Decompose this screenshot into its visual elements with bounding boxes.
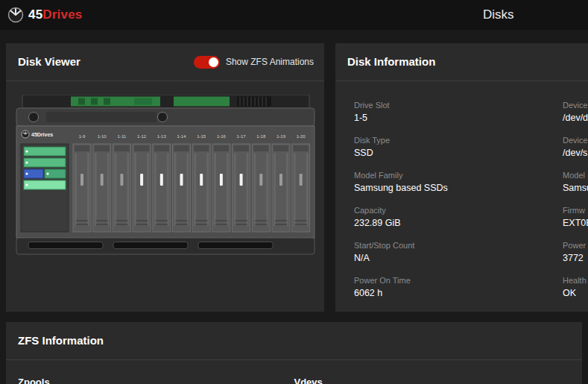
zpools-column-header: Zpools bbox=[18, 377, 294, 384]
drive-tray[interactable] bbox=[24, 158, 66, 167]
field-value: N/A bbox=[354, 253, 551, 263]
chassis-brand-text: 45Drives bbox=[31, 132, 53, 137]
drive-bay-1-17[interactable] bbox=[232, 144, 250, 232]
field-label: Capacity bbox=[354, 206, 551, 215]
info-field-disk-type: Disk Type SSD bbox=[354, 136, 551, 158]
page-title: Disks bbox=[483, 0, 514, 30]
zfs-information-header: ZFS Information bbox=[6, 322, 582, 360]
info-column-left: Drive Slot 1-5 Disk Type SSD Model Famil… bbox=[354, 101, 551, 311]
field-label: Firmw bbox=[563, 206, 588, 215]
info-field-device-path: Device /dev/d bbox=[563, 101, 588, 123]
field-value: 232.89 GiB bbox=[354, 218, 551, 228]
info-column-right: Device /dev/d Device /dev/s Model Samsu … bbox=[563, 101, 588, 311]
slot-label: 1-19 bbox=[276, 134, 285, 139]
drive-bay-1-19[interactable] bbox=[272, 144, 290, 232]
info-field-capacity: Capacity 232.89 GiB bbox=[354, 206, 551, 228]
drive-tray[interactable] bbox=[24, 147, 66, 156]
drive-bay-1-14[interactable] bbox=[172, 144, 190, 232]
info-field-power-on-time: Power On Time 6062 h bbox=[354, 276, 551, 298]
field-label: Start/Stop Count bbox=[354, 241, 551, 250]
disk-viewer-header: Disk Viewer Show ZFS Animations bbox=[6, 43, 324, 81]
zfs-animations-toggle-group: Show ZFS Animations bbox=[194, 43, 314, 81]
toggle-knob bbox=[209, 57, 218, 67]
slot-label: 1-20 bbox=[296, 134, 306, 139]
field-label: Drive Slot bbox=[354, 101, 551, 110]
brand-drives: Drives bbox=[42, 7, 82, 22]
zfs-information-title: ZFS Information bbox=[18, 334, 104, 347]
disk-viewer-panel: Disk Viewer Show ZFS Animations bbox=[6, 43, 324, 312]
info-field-health: Health OK bbox=[563, 276, 588, 298]
slot-label: 1-15 bbox=[197, 134, 206, 139]
field-value: OK bbox=[563, 288, 588, 298]
field-value: EXT0B bbox=[563, 218, 588, 228]
field-label: Model Family bbox=[354, 171, 551, 180]
drive-bay-1-13[interactable] bbox=[152, 144, 170, 232]
field-value: SSD bbox=[354, 148, 551, 158]
info-field-firmware: Firmw EXT0B bbox=[563, 206, 588, 228]
field-label: Device bbox=[563, 101, 588, 110]
top-bar: 45Drives Disks bbox=[0, 0, 588, 30]
vent-slot bbox=[113, 242, 188, 249]
drive-bay-1-10[interactable] bbox=[92, 144, 110, 232]
slot-label: 1-16 bbox=[216, 134, 226, 139]
drive-tray[interactable] bbox=[24, 180, 66, 189]
drive-bay-1-11[interactable] bbox=[113, 144, 130, 232]
info-field-model: Model Samsu bbox=[563, 171, 588, 193]
slot-label: 1-17 bbox=[236, 134, 246, 139]
info-field-start-stop-count: Start/Stop Count N/A bbox=[354, 241, 551, 263]
drive-bay-1-16[interactable] bbox=[212, 144, 230, 232]
screw-hole bbox=[157, 113, 167, 122]
field-label: Power On Time bbox=[354, 276, 551, 285]
chassis-top-internals bbox=[22, 95, 309, 108]
slot-label: 1-11 bbox=[117, 134, 126, 139]
chassis-body: 45Drives bbox=[16, 126, 314, 238]
drive-bay-1-20[interactable] bbox=[291, 144, 309, 232]
slot-label: 1-18 bbox=[256, 134, 266, 139]
vent-slot bbox=[198, 242, 273, 249]
info-field-device-by-path: Device /dev/s bbox=[563, 136, 588, 158]
disk-information-panel: Disk Information Drive Slot 1-5 Disk Typ… bbox=[335, 43, 588, 312]
field-value: 3772 bbox=[563, 253, 588, 263]
info-field-power-cycle: Power 3772 bbox=[563, 241, 588, 263]
chassis-top-rail bbox=[16, 108, 314, 126]
slot-label: 1-13 bbox=[157, 134, 166, 139]
field-label: Device bbox=[563, 136, 588, 145]
slot-label: 1-12 bbox=[137, 134, 147, 139]
disk-information-header: Disk Information bbox=[335, 43, 588, 81]
drive-bay-1-15[interactable] bbox=[192, 144, 210, 232]
field-value: Samsung based SSDs bbox=[354, 183, 551, 193]
chassis-brand-logo: 45Drives bbox=[22, 130, 53, 138]
brand-logo[interactable]: 45Drives bbox=[7, 0, 83, 30]
drive-bay-1-12[interactable] bbox=[133, 144, 151, 232]
slot-label: 1-14 bbox=[177, 134, 186, 139]
field-label: Health bbox=[563, 276, 588, 285]
zfs-information-panel: ZFS Information Zpools Vdevs bbox=[6, 322, 582, 384]
vent-slot bbox=[28, 242, 103, 249]
field-value: 1-5 bbox=[354, 113, 551, 123]
zfs-animations-toggle-label: Show ZFS Animations bbox=[226, 43, 314, 81]
slot-label: 1-10 bbox=[97, 134, 107, 139]
drive-bay-1-9[interactable] bbox=[73, 144, 91, 232]
info-field-drive-slot: Drive Slot 1-5 bbox=[354, 101, 551, 123]
drive-bay-1-18[interactable] bbox=[252, 144, 270, 232]
disk-information-title: Disk Information bbox=[347, 55, 435, 68]
45drives-logo-icon bbox=[7, 7, 24, 23]
app-screen: 45Drives Disks Disk Viewer Show ZFS Anim… bbox=[0, 0, 588, 384]
field-label: Disk Type bbox=[354, 136, 551, 145]
disk-viewer-title: Disk Viewer bbox=[18, 55, 80, 68]
brand-text: 45Drives bbox=[28, 7, 83, 22]
chassis-bottom-rail bbox=[16, 238, 314, 254]
brand-45: 45 bbox=[28, 7, 42, 22]
drive-tray[interactable] bbox=[24, 169, 66, 178]
field-value: 6062 h bbox=[354, 288, 551, 298]
info-field-model-family: Model Family Samsung based SSDs bbox=[354, 171, 551, 193]
zfs-columns: Zpools Vdevs bbox=[6, 360, 582, 384]
chassis-illustration: 45Drives bbox=[15, 95, 316, 256]
zfs-animations-toggle[interactable] bbox=[194, 56, 220, 69]
pcb-board-2 bbox=[174, 97, 230, 107]
field-label: Power bbox=[563, 241, 588, 250]
chassis-container: 45Drives bbox=[6, 81, 324, 256]
vdevs-column-header: Vdevs bbox=[294, 377, 571, 384]
screw-hole bbox=[28, 113, 38, 122]
field-value: Samsu bbox=[563, 183, 588, 193]
